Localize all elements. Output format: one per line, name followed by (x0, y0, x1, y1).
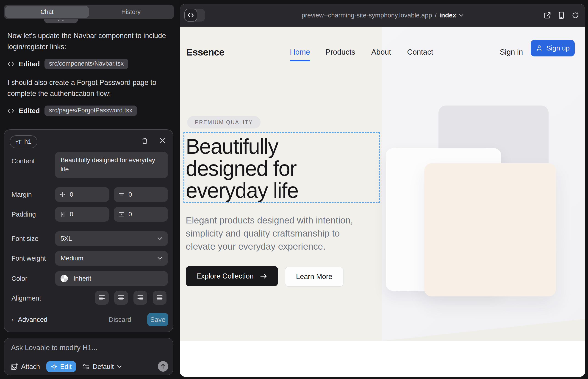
chevron-down-icon (157, 237, 162, 240)
section-below-hero (180, 341, 585, 377)
target-icon (51, 363, 57, 370)
chat-history-tabs: Chat History (4, 5, 174, 19)
font-weight-select[interactable]: Medium (55, 251, 168, 266)
refresh-icon[interactable] (572, 12, 579, 19)
hero-heading-line: everyday life (186, 179, 298, 201)
lovable-app: Chat History Now let's update the Navbar… (0, 0, 588, 379)
preview-url[interactable]: preview--charming-site-symphony.lovable.… (180, 4, 585, 27)
url-separator: / (435, 12, 437, 19)
padding-x-value: 0 (70, 211, 73, 218)
element-tag-label: h1 (24, 138, 31, 145)
url-host: preview--charming-site-symphony.lovable.… (302, 12, 432, 19)
padding-x-icon (60, 211, 66, 217)
alignment-label: Alignment (12, 295, 41, 302)
font-size-label: Font size (12, 235, 39, 242)
align-justify-button[interactable] (153, 291, 167, 305)
advanced-label: Advanced (18, 316, 47, 323)
nav-link-about[interactable]: About (371, 48, 391, 56)
chat-message: Now let's update the Navbar component to… (7, 30, 172, 52)
tab-history[interactable]: History (89, 6, 173, 18)
diagonal-wedge (382, 319, 585, 341)
chat-composer: Attach Edit (4, 338, 173, 375)
content-input[interactable]: Beautifully designed for everyday life (55, 152, 168, 178)
align-center-icon (118, 295, 124, 301)
premium-quality-badge: PREMIUM QUALITY (187, 116, 261, 128)
default-label: Default (93, 363, 114, 371)
edit-mode-button[interactable]: Edit (46, 361, 76, 372)
margin-x-input[interactable]: 0 (55, 187, 109, 202)
attach-label: Attach (21, 363, 40, 371)
color-select[interactable]: Inherit (55, 271, 168, 286)
chevron-right-icon: › (12, 316, 14, 323)
text-size-icon: TT (15, 138, 21, 146)
sign-up-button[interactable]: Sign up (531, 40, 575, 56)
sliders-icon (83, 363, 90, 370)
margin-x-value: 0 (70, 191, 73, 198)
align-justify-icon (156, 295, 163, 301)
sign-in-link[interactable]: Sign in (500, 48, 523, 56)
padding-y-icon (118, 211, 124, 217)
code-icon (7, 108, 14, 114)
save-button[interactable]: Save (147, 313, 168, 326)
nav-link-products[interactable]: Products (325, 48, 355, 56)
open-external-icon[interactable] (544, 12, 551, 19)
chat-input[interactable] (11, 344, 162, 352)
truncated-badge-fragment (44, 19, 78, 23)
color-value: Inherit (73, 275, 91, 282)
padding-x-input[interactable]: 0 (55, 207, 109, 222)
margin-y-input[interactable]: 0 (114, 187, 168, 202)
color-label: Color (12, 275, 27, 283)
decor-cream-card (424, 163, 556, 296)
edited-label: Edited (19, 107, 40, 115)
edited-file-badge[interactable]: src/pages/ForgotPassword.tsx (45, 106, 137, 116)
trash-icon[interactable] (141, 137, 148, 144)
align-left-button[interactable] (95, 291, 109, 305)
margin-label: Margin (12, 191, 32, 198)
margin-y-value: 0 (128, 191, 132, 198)
chevron-down-icon (117, 365, 122, 368)
hero-heading-line: designed for (186, 157, 298, 179)
arrow-right-icon (260, 273, 267, 279)
learn-more-button[interactable]: Learn More (285, 267, 343, 287)
composer-toolbar: Attach Edit (11, 361, 122, 372)
chat-sidebar: Chat History Now let's update the Navbar… (0, 0, 179, 379)
chat-message: I should also create a Forgot Password p… (7, 77, 172, 99)
hero-heading[interactable]: Beautifully designed for everyday life (186, 135, 298, 201)
align-center-button[interactable] (114, 291, 128, 305)
preview-toolbar-actions (544, 4, 579, 27)
align-left-icon (99, 295, 105, 301)
hero-description: Elegant products designed with intention… (186, 214, 371, 253)
default-mode-select[interactable]: Default (83, 363, 122, 371)
padding-y-value: 0 (128, 211, 132, 218)
send-button[interactable] (158, 361, 168, 372)
mobile-view-icon[interactable] (559, 12, 564, 19)
margin-x-icon (60, 191, 66, 198)
send-arrow-icon (160, 364, 166, 369)
close-icon[interactable] (159, 137, 166, 144)
attach-image-icon (11, 363, 18, 370)
content-label: Content (12, 157, 35, 165)
edit-label: Edit (60, 363, 72, 371)
align-right-icon (137, 295, 144, 301)
hero-heading-line: Beautifully (186, 135, 298, 157)
advanced-toggle[interactable]: › Advanced (12, 313, 47, 326)
padding-y-input[interactable]: 0 (114, 207, 168, 222)
active-nav-underline (290, 60, 310, 61)
edited-file-row: Edited src/pages/ForgotPassword.tsx (7, 106, 137, 116)
font-size-select[interactable]: 5XL (55, 231, 168, 246)
url-page: index (439, 12, 456, 19)
nav-link-contact[interactable]: Contact (407, 48, 433, 56)
person-icon (536, 45, 542, 52)
edited-file-badge[interactable]: src/components/Navbar.tsx (45, 59, 128, 69)
tab-chat[interactable]: Chat (5, 6, 89, 18)
discard-button[interactable]: Discard (109, 313, 131, 326)
font-weight-label: Font weight (12, 255, 46, 262)
padding-label: Padding (12, 211, 36, 218)
align-right-button[interactable] (134, 291, 147, 305)
element-editor-panel: TT h1 Content Beautifully designed for e… (4, 129, 173, 332)
nav-link-home[interactable]: Home (290, 48, 310, 56)
attach-button[interactable]: Attach (11, 363, 40, 371)
site-logo[interactable]: Essence (186, 47, 224, 58)
explore-collection-button[interactable]: Explore Collection (186, 266, 278, 286)
sign-up-label: Sign up (546, 44, 570, 52)
